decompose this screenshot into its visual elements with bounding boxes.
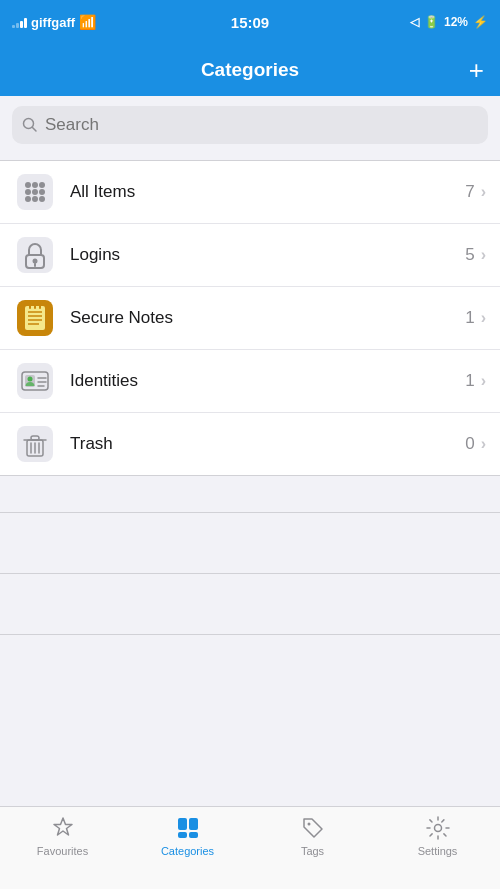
svg-point-3 [25,182,31,188]
svg-point-5 [39,182,45,188]
list-item[interactable]: All Items 7 › [0,161,500,224]
svg-point-28 [28,377,33,382]
empty-space [0,482,500,806]
all-items-label: All Items [70,182,465,202]
svg-point-9 [25,196,31,202]
all-items-chevron: › [481,183,486,201]
list-item[interactable]: Secure Notes 1 › [0,287,500,350]
svg-point-11 [39,196,45,202]
tags-icon [300,815,326,841]
tab-settings-label: Settings [418,845,458,857]
search-icon [22,117,38,133]
svg-rect-42 [189,832,198,838]
svg-point-10 [32,196,38,202]
trash-chevron: › [481,435,486,453]
secure-notes-icon [14,297,56,339]
add-category-button[interactable]: + [469,57,484,83]
svg-rect-41 [178,832,187,838]
categories-icon [175,815,201,841]
trash-label: Trash [70,434,465,454]
tab-favourites[interactable]: Favourites [0,815,125,857]
svg-rect-39 [178,818,187,830]
categories-list: All Items 7 › Logins 5 › [0,160,500,476]
secure-notes-count: 1 [465,308,474,328]
status-time: 15:09 [231,14,269,31]
identities-label: Identities [70,371,465,391]
page-title: Categories [201,59,299,81]
list-item[interactable]: Trash 0 › [0,413,500,475]
logins-count: 5 [465,245,474,265]
secure-notes-chevron: › [481,309,486,327]
trash-count: 0 [465,434,474,454]
logins-chevron: › [481,246,486,264]
all-items-icon [14,171,56,213]
trash-icon [14,423,56,465]
tab-settings[interactable]: Settings [375,815,500,857]
search-input[interactable] [45,115,478,135]
svg-point-8 [39,189,45,195]
carrier-label: giffgaff [31,15,75,30]
identities-count: 1 [465,371,474,391]
charging-icon: ⚡ [473,15,488,29]
svg-line-1 [33,128,37,132]
list-item[interactable]: Logins 5 › [0,224,500,287]
svg-point-7 [32,189,38,195]
svg-point-44 [434,825,441,832]
tab-categories-label: Categories [161,845,214,857]
tab-tags-label: Tags [301,845,324,857]
tab-favourites-label: Favourites [37,845,88,857]
list-item[interactable]: Identities 1 › [0,350,500,413]
identities-chevron: › [481,372,486,390]
location-icon: ◁ [410,15,419,29]
battery-icon: 🔋 [424,15,439,29]
svg-point-43 [307,823,310,826]
wifi-icon: 📶 [79,14,96,30]
logins-label: Logins [70,245,465,265]
signal-icon [12,16,27,28]
identities-icon [14,360,56,402]
logins-icon [14,234,56,276]
status-right: ◁ 🔋 12% ⚡ [410,15,488,29]
settings-icon [425,815,451,841]
search-bar [12,106,488,144]
tab-bar: Favourites Categories Tags [0,806,500,889]
nav-bar: Categories + [0,44,500,96]
battery-label: 12% [444,15,468,29]
tab-categories[interactable]: Categories [125,815,250,857]
tab-tags[interactable]: Tags [250,815,375,857]
svg-rect-17 [25,306,45,330]
favourites-icon [50,815,76,841]
svg-point-4 [32,182,38,188]
svg-rect-40 [189,818,198,830]
svg-point-6 [25,189,31,195]
status-bar: giffgaff 📶 15:09 ◁ 🔋 12% ⚡ [0,0,500,44]
status-left: giffgaff 📶 [12,14,96,30]
all-items-count: 7 [465,182,474,202]
secure-notes-label: Secure Notes [70,308,465,328]
